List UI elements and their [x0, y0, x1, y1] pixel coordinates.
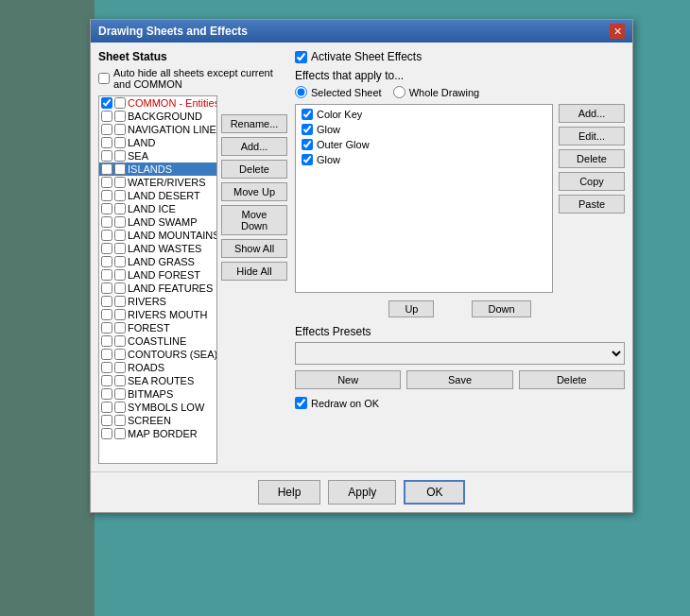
sheet-list-item[interactable]: RIVERS	[99, 295, 216, 308]
sheet-lock-checkbox[interactable]	[114, 163, 126, 175]
whole-drawing-radio[interactable]	[393, 86, 405, 98]
sheet-list-item[interactable]: SCREEN	[99, 414, 216, 427]
sheet-list-item[interactable]: COASTLINE	[99, 334, 216, 348]
sheet-vis-checkbox[interactable]	[101, 256, 112, 267]
effect-list-item[interactable]: Glow	[298, 122, 550, 137]
effect-list-item[interactable]: Color Key	[298, 107, 550, 122]
sheet-list-item[interactable]: LAND GRASS	[99, 255, 216, 268]
sheet-lock-checkbox[interactable]	[114, 203, 126, 214]
sheet-vis-checkbox[interactable]	[101, 335, 112, 347]
copy-effect-button[interactable]: Copy	[559, 172, 625, 191]
sheet-lock-checkbox[interactable]	[114, 177, 126, 188]
auto-hide-checkbox[interactable]	[98, 73, 110, 84]
hide-all-button[interactable]: Hide All	[221, 262, 287, 281]
edit-effect-button[interactable]: Edit...	[559, 127, 625, 145]
sheet-vis-checkbox[interactable]	[101, 402, 112, 413]
sheet-list-item[interactable]: ISLANDS	[99, 163, 216, 176]
sheet-list-item[interactable]: BACKGROUND	[99, 110, 216, 123]
sheet-vis-checkbox[interactable]	[101, 282, 112, 294]
sheet-list-item[interactable]: MAP BORDER	[99, 427, 216, 440]
move-up-button[interactable]: Move Up	[221, 182, 287, 201]
sheet-list-item[interactable]: SYMBOLS LOW	[99, 401, 216, 414]
sheet-vis-checkbox[interactable]	[101, 428, 112, 439]
add-effect-button[interactable]: Add...	[559, 104, 625, 123]
presets-dropdown[interactable]	[295, 342, 625, 365]
sheet-list-item[interactable]: LAND WASTES	[99, 242, 216, 255]
sheet-lock-checkbox[interactable]	[114, 216, 126, 228]
sheet-lock-checkbox[interactable]	[114, 402, 126, 413]
sheet-lock-checkbox[interactable]	[114, 335, 126, 347]
sheet-vis-checkbox[interactable]	[101, 309, 112, 320]
sheet-list-item[interactable]: LAND DESERT	[99, 189, 216, 202]
sheet-list-item[interactable]: BITMAPS	[99, 387, 216, 401]
effect-checkbox[interactable]	[302, 154, 313, 165]
show-all-button[interactable]: Show All	[221, 239, 287, 258]
rename-button[interactable]: Rename...	[221, 114, 287, 133]
sheet-list-item[interactable]: LAND FOREST	[99, 268, 216, 282]
sheet-lock-checkbox[interactable]	[114, 322, 126, 334]
sheet-lock-checkbox[interactable]	[114, 97, 126, 109]
sheet-list-item[interactable]: LAND	[99, 136, 216, 149]
down-button[interactable]: Down	[472, 300, 530, 317]
sheet-lock-checkbox[interactable]	[114, 269, 126, 281]
sheet-lock-checkbox[interactable]	[114, 349, 126, 360]
sheet-vis-checkbox[interactable]	[101, 203, 112, 214]
sheet-vis-checkbox[interactable]	[101, 111, 112, 122]
ok-button[interactable]: OK	[404, 480, 465, 505]
sheet-lock-checkbox[interactable]	[114, 375, 126, 386]
sheet-lock-checkbox[interactable]	[114, 362, 126, 373]
save-preset-button[interactable]: Save	[406, 370, 512, 389]
sheet-vis-checkbox[interactable]	[101, 322, 112, 334]
selected-sheet-radio[interactable]	[295, 86, 307, 98]
sheet-lock-checkbox[interactable]	[114, 282, 126, 294]
new-preset-button[interactable]: New	[295, 370, 401, 389]
sheet-vis-checkbox[interactable]	[101, 349, 112, 360]
sheet-vis-checkbox[interactable]	[101, 150, 112, 162]
sheet-list-item[interactable]: WATER/RIVERS	[99, 176, 216, 189]
sheet-list-item[interactable]: SEA	[99, 149, 216, 163]
sheet-lock-checkbox[interactable]	[114, 296, 126, 307]
delete-sheet-button[interactable]: Delete	[221, 160, 287, 179]
activate-effects-checkbox[interactable]	[295, 51, 307, 63]
sheet-list-item[interactable]: COMMON - Entities not on	[99, 96, 216, 110]
sheet-vis-checkbox[interactable]	[101, 230, 112, 241]
sheet-lock-checkbox[interactable]	[114, 111, 126, 122]
sheet-lock-checkbox[interactable]	[114, 256, 126, 267]
sheet-list[interactable]: COMMON - Entities not onBACKGROUNDNAVIGA…	[98, 95, 217, 464]
sheet-list-item[interactable]: ROADS	[99, 361, 216, 374]
sheet-list-item[interactable]: LAND ICE	[99, 202, 216, 215]
close-button[interactable]: ✕	[610, 24, 625, 39]
sheet-vis-checkbox[interactable]	[101, 124, 112, 135]
sheet-vis-checkbox[interactable]	[101, 216, 112, 228]
sheet-list-item[interactable]: LAND SWAMP	[99, 215, 216, 229]
sheet-lock-checkbox[interactable]	[114, 150, 126, 162]
sheet-lock-checkbox[interactable]	[114, 137, 126, 148]
sheet-vis-checkbox[interactable]	[101, 362, 112, 373]
up-button[interactable]: Up	[388, 300, 434, 317]
sheet-vis-checkbox[interactable]	[101, 243, 112, 254]
sheet-vis-checkbox[interactable]	[101, 137, 112, 148]
sheet-lock-checkbox[interactable]	[114, 124, 126, 135]
sheet-lock-checkbox[interactable]	[114, 190, 126, 201]
sheet-list-item[interactable]: LAND FEATURES	[99, 282, 216, 295]
help-button[interactable]: Help	[258, 480, 321, 505]
sheet-list-item[interactable]: NAVIGATION LINES	[99, 123, 216, 136]
sheet-vis-checkbox[interactable]	[101, 388, 112, 400]
sheet-list-item[interactable]: RIVERS MOUTH	[99, 308, 216, 321]
redraw-checkbox[interactable]	[295, 397, 307, 409]
sheet-list-item[interactable]: CONTOURS (SEA)	[99, 348, 216, 361]
sheet-lock-checkbox[interactable]	[114, 230, 126, 241]
sheet-lock-checkbox[interactable]	[114, 415, 126, 426]
sheet-vis-checkbox[interactable]	[101, 190, 112, 201]
sheet-vis-checkbox[interactable]	[101, 415, 112, 426]
sheet-lock-checkbox[interactable]	[114, 428, 126, 439]
sheet-lock-checkbox[interactable]	[114, 243, 126, 254]
sheet-vis-checkbox[interactable]	[101, 296, 112, 307]
sheet-list-item[interactable]: FOREST	[99, 321, 216, 334]
effect-checkbox[interactable]	[302, 139, 313, 150]
apply-button[interactable]: Apply	[328, 480, 396, 505]
delete-preset-button[interactable]: Delete	[519, 370, 625, 389]
sheet-vis-checkbox[interactable]	[101, 375, 112, 386]
sheet-vis-checkbox[interactable]	[101, 97, 112, 109]
effect-checkbox[interactable]	[302, 109, 313, 120]
